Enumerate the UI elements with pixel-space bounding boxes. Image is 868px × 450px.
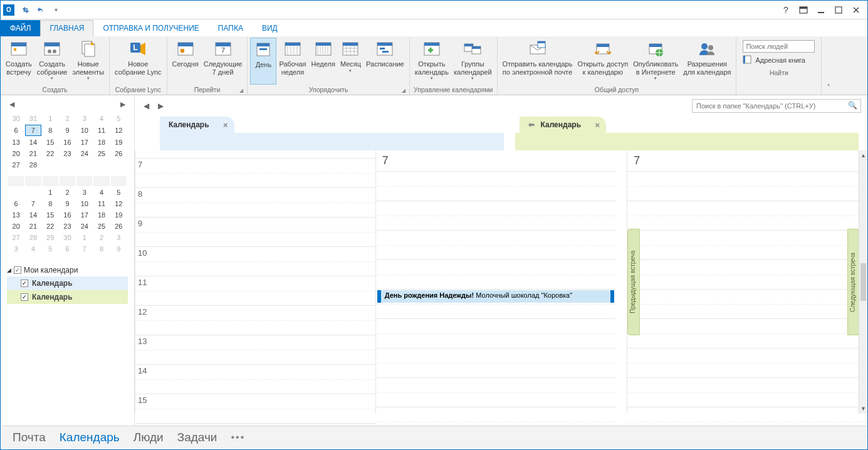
minical-day[interactable]: 6 xyxy=(8,125,24,136)
minical-day[interactable]: 3 xyxy=(76,187,92,197)
minical-day[interactable]: 21 xyxy=(25,149,41,159)
time-slot[interactable] xyxy=(376,378,616,407)
minical-day[interactable]: 7 xyxy=(25,125,41,136)
minical-day[interactable]: 1 xyxy=(43,187,58,197)
calendar-search-input[interactable] xyxy=(692,99,861,113)
time-slot[interactable] xyxy=(627,172,867,201)
minical-day[interactable]: 26 xyxy=(111,149,127,159)
minical-day[interactable]: 22 xyxy=(43,221,58,231)
minical-day[interactable]: 14 xyxy=(25,137,41,147)
minimize-button[interactable] xyxy=(813,3,829,18)
time-slot[interactable] xyxy=(376,231,616,260)
close-button[interactable] xyxy=(849,3,864,18)
vertical-scrollbar[interactable]: ▲ ▼ xyxy=(859,150,867,414)
tab-send-receive[interactable]: ОТПРАВКА И ПОЛУЧЕНИЕ xyxy=(93,20,208,36)
time-slot[interactable] xyxy=(627,201,867,231)
minical-day[interactable]: 16 xyxy=(60,210,75,220)
minical-day[interactable]: 27 xyxy=(8,160,24,170)
minical-day[interactable]: 15 xyxy=(43,137,58,147)
time-slot[interactable] xyxy=(627,319,867,348)
minical-day[interactable]: 9 xyxy=(60,199,75,209)
time-slot[interactable] xyxy=(627,260,867,290)
day-view-button[interactable]: День xyxy=(250,38,276,85)
minical-day[interactable] xyxy=(60,160,75,170)
tab-file[interactable]: ФАЙЛ xyxy=(1,20,40,36)
ribbon-display-icon[interactable] xyxy=(796,3,811,18)
publish-online-button[interactable]: Опубликовать в Интернете▾ xyxy=(630,38,681,85)
time-slot[interactable] xyxy=(627,378,867,407)
minical-day[interactable]: 5 xyxy=(111,113,127,123)
prev-day-button[interactable]: ◀ xyxy=(141,100,152,112)
scroll-down-icon[interactable]: ▼ xyxy=(859,404,867,414)
minical-day[interactable]: 2 xyxy=(60,187,75,197)
scroll-up-icon[interactable]: ▲ xyxy=(859,150,867,160)
minical-day[interactable]: 20 xyxy=(8,149,24,159)
minical-day[interactable]: 8 xyxy=(43,125,58,136)
search-icon[interactable]: 🔍 xyxy=(848,101,857,110)
new-items-button[interactable]: Новые элементы▾ xyxy=(70,38,107,85)
qat-undo-icon[interactable] xyxy=(34,4,47,16)
calendar-event[interactable]: День рождения Надежды! Молочный шоколад … xyxy=(377,290,615,303)
minical-day[interactable]: 7 xyxy=(76,244,92,254)
minical-day[interactable] xyxy=(111,160,127,170)
minical-day[interactable]: 8 xyxy=(43,199,58,209)
minical-prev-button[interactable]: ◀ xyxy=(9,100,14,108)
minical-day[interactable]: 27 xyxy=(8,233,24,243)
minical-day[interactable]: 6 xyxy=(60,244,75,254)
calendar-tab-2[interactable]: ⬅ Календарь × xyxy=(520,117,607,133)
minical-day[interactable]: 19 xyxy=(111,210,127,220)
minical-day[interactable]: 19 xyxy=(111,137,127,147)
minical-day[interactable] xyxy=(76,160,92,170)
nav-more-icon[interactable]: ••• xyxy=(231,432,245,443)
minical-day[interactable]: 30 xyxy=(8,113,24,123)
schedule-view-button[interactable]: Расписание xyxy=(363,38,407,85)
minical-day[interactable]: 4 xyxy=(25,244,41,254)
mini-calendar-2[interactable]: 1234567891011121314151617181920212223242… xyxy=(7,175,128,255)
tab-home[interactable]: ГЛАВНАЯ xyxy=(40,20,93,36)
calendar-tab-1[interactable]: Календарь × xyxy=(160,117,234,133)
maximize-button[interactable] xyxy=(831,3,846,18)
minical-day[interactable]: 23 xyxy=(60,149,75,159)
dialog-launcher-icon[interactable]: ◢ xyxy=(402,88,405,93)
minical-day[interactable] xyxy=(8,187,24,197)
minical-day[interactable]: 29 xyxy=(43,233,58,243)
mini-calendar-1[interactable]: 3031123456789101112131415161718192021222… xyxy=(7,112,128,171)
close-tab-icon[interactable]: × xyxy=(595,120,600,130)
minical-day[interactable]: 24 xyxy=(76,149,92,159)
minical-day[interactable]: 2 xyxy=(60,113,75,123)
email-calendar-button[interactable]: Отправить календарь по электронной почте xyxy=(500,38,575,85)
new-meeting-button[interactable]: Создать собрание▾ xyxy=(34,38,70,85)
new-appointment-button[interactable]: Создать встречу xyxy=(3,38,34,85)
prev-meeting-tab[interactable]: Предыдущая встреча xyxy=(627,229,640,335)
nav-mail[interactable]: Почта xyxy=(13,431,46,444)
minical-day[interactable]: 21 xyxy=(25,221,41,231)
close-tab-icon[interactable]: × xyxy=(223,120,228,130)
dialog-launcher-icon[interactable]: ◢ xyxy=(239,88,243,93)
day-column-1[interactable]: 7 День рождения Надежды! Молочный шокола… xyxy=(375,150,616,414)
open-calendar-button[interactable]: Открыть календарь▾ xyxy=(412,38,451,85)
nav-calendar[interactable]: Календарь xyxy=(60,431,120,444)
minical-day[interactable]: 10 xyxy=(76,199,92,209)
minical-day[interactable]: 4 xyxy=(93,187,109,197)
share-calendar-button[interactable]: Открыть доступ к календарю xyxy=(575,38,630,85)
minical-day[interactable]: 17 xyxy=(76,210,92,220)
minical-day[interactable]: 11 xyxy=(93,125,109,136)
find-people-input[interactable] xyxy=(743,40,815,53)
tab-folder[interactable]: ПАПКА xyxy=(209,20,253,36)
today-button[interactable]: Сегодня xyxy=(170,38,201,85)
minical-day[interactable]: 31 xyxy=(25,113,41,123)
minical-day[interactable]: 24 xyxy=(76,221,92,231)
time-slot[interactable] xyxy=(627,290,867,319)
minical-day[interactable]: 14 xyxy=(25,210,41,220)
time-slot[interactable] xyxy=(376,319,616,348)
month-button[interactable]: Месяц▾ xyxy=(338,38,363,85)
time-slot[interactable] xyxy=(376,260,616,290)
nav-people[interactable]: Люди xyxy=(133,431,164,444)
checkbox-icon[interactable]: ✓ xyxy=(21,293,28,301)
minical-day[interactable]: 8 xyxy=(93,244,109,254)
new-lync-meeting-button[interactable]: L Новое собрание Lync xyxy=(112,38,164,85)
day-column-2[interactable]: 7 Предыдущая встреча xyxy=(627,150,867,414)
checkbox-icon[interactable]: ✓ xyxy=(21,280,28,287)
minical-day[interactable]: 4 xyxy=(93,113,109,123)
my-calendars-group[interactable]: ◢ ✓ Мои календари xyxy=(7,264,128,276)
